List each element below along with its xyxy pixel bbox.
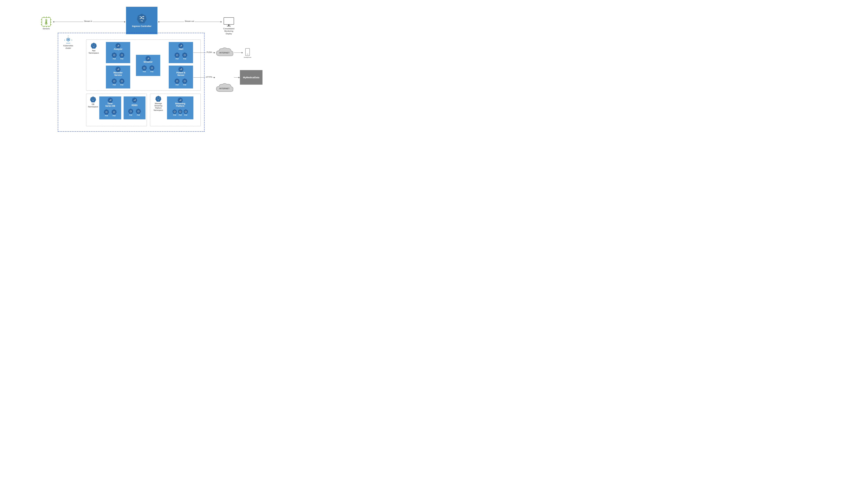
pod-icon: ▢ xyxy=(112,52,117,57)
service-title: RDBS xyxy=(124,104,146,107)
service-icon: ⎇ xyxy=(115,67,121,72)
pod: ▢Pod xyxy=(128,109,133,116)
service-patient-sensor: ⎇ Patient & Sensor ▢Pod ▢Pod xyxy=(169,66,193,88)
app-ns-badge: ns xyxy=(93,46,94,47)
edge-push-label: PUSH xyxy=(206,51,213,53)
edge-stream-in-label: Stream in xyxy=(83,20,93,22)
mymedicaldata-label: MyMedicalData xyxy=(243,76,259,79)
service-title: Analyzer xyxy=(106,48,130,50)
pod: ▢Pod xyxy=(142,65,147,73)
namespace-icon: ns xyxy=(90,96,96,102)
pod-label: Pod xyxy=(176,84,179,86)
pod: ▢Pod xyxy=(175,52,180,60)
pod: ▢Pod xyxy=(182,78,187,86)
edge-stream-out-label: Stream out xyxy=(184,20,195,22)
app-ns-label: App Namespace xyxy=(89,49,99,54)
msg-ns-label: Massage Streaming Platform Namespace xyxy=(154,102,163,111)
pod-icon: ▢ xyxy=(119,52,125,57)
service-title: Streamer xyxy=(136,61,160,63)
pod-icon: ▢ xyxy=(112,78,117,84)
service-icon: ⎇ xyxy=(132,97,137,103)
svg-point-2 xyxy=(46,23,47,24)
internet-cloud-1: INTERNET xyxy=(215,47,234,58)
k8s-wheel-icon xyxy=(64,36,72,43)
pod-label: Pod xyxy=(184,114,187,116)
k8s-cluster-label: Kubernetes cluster xyxy=(63,44,73,50)
pod-label: Pod xyxy=(179,114,182,116)
service-icon: ⎇ xyxy=(178,97,183,103)
pod-icon: ▢ xyxy=(104,109,109,115)
service-title: Patient & Sensor xyxy=(169,72,193,76)
service-recorder: ⎇ Recorder Service ▢Pod ▢Pod xyxy=(106,66,130,88)
pod: ▢Pod xyxy=(119,52,125,60)
pod-icon: ▢ xyxy=(112,109,117,115)
service-icon: ⎇ xyxy=(178,67,184,72)
ingress-hept-icon: ing xyxy=(137,14,147,23)
pod-label: Pod xyxy=(113,84,116,86)
pod-icon: ▢ xyxy=(184,109,188,114)
pod: ▢Pod xyxy=(172,109,177,116)
service-icon: ⎇ xyxy=(115,43,121,48)
service-rdbs: ⎇ RDBS ▢Pod ▢Pod xyxy=(124,96,146,119)
pod: ▢Pod xyxy=(136,109,141,116)
service-streamer: ⎇ Streamer ▢Pod ▢Pod xyxy=(136,55,160,76)
pod-icon: ▢ xyxy=(175,78,180,84)
pod-icon: ▢ xyxy=(136,109,141,114)
msg-ns-badge: ns xyxy=(158,99,159,100)
pod-icon: ▢ xyxy=(178,109,182,114)
smartphone-label: Smartphone xyxy=(244,56,251,58)
db-ns-label: DB Namespace xyxy=(88,103,98,108)
internet-cloud-2: INTERNET xyxy=(215,83,234,94)
service-icon: ⎇ xyxy=(108,97,113,103)
pod-label: Pod xyxy=(137,114,140,116)
pod-icon: ▢ xyxy=(149,65,155,71)
pod: ▢Pod xyxy=(112,109,117,117)
ingress-controller: ing Ingress Controller xyxy=(126,7,157,34)
service-alert: ⎇ Alert ▢Pod ▢Pod xyxy=(169,42,193,63)
pod: ▢Pod xyxy=(178,109,182,116)
pod-label: Pod xyxy=(121,84,123,86)
k8s-cluster-label-group: Kubernetes cluster xyxy=(63,36,73,50)
pod-icon: ▢ xyxy=(175,52,180,57)
db-namespace-label-group: ns DB Namespace xyxy=(88,96,98,108)
ingress-badge: ing xyxy=(141,20,143,22)
service-icon: ⎇ xyxy=(146,56,151,61)
monitor-node: Consolidated Monitoring Display xyxy=(223,17,234,35)
pod: ▢Pod xyxy=(104,109,109,117)
pod-label: Pod xyxy=(150,71,154,73)
pod: ▢Pod xyxy=(182,52,187,60)
service-title: Alert xyxy=(169,48,193,50)
service-title: Recorder Service xyxy=(106,72,130,76)
internet-label: INTERNET xyxy=(215,83,234,94)
ns-inner-icon xyxy=(92,98,94,100)
service-title: Streaming Platform xyxy=(167,102,194,107)
sensors-node: Sensors xyxy=(42,17,51,30)
pod-icon: ▢ xyxy=(119,78,125,84)
smartphone-icon xyxy=(245,48,250,56)
ns-inner-icon xyxy=(157,97,159,99)
ingress-title: Ingress Controller xyxy=(132,25,151,28)
pod-label: Pod xyxy=(183,84,186,86)
smartphone-node: Smartphone xyxy=(244,48,251,58)
pod: ▢Pod xyxy=(149,65,155,73)
service-tsdb: ⎇ Time- Series DB ▢Pod ▢Pod xyxy=(99,96,121,119)
pod-label: Pod xyxy=(183,58,186,60)
pod-label: Pod xyxy=(173,114,176,116)
pod-label: Pod xyxy=(121,58,123,60)
msg-namespace-label-group: ns Massage Streaming Platform Namespace xyxy=(152,96,165,111)
service-icon: ⎇ xyxy=(178,43,184,48)
namespace-icon: ns xyxy=(91,43,97,49)
pod-label: Pod xyxy=(113,115,116,117)
pod-icon: ▢ xyxy=(172,109,177,114)
pod-icon: ▢ xyxy=(142,65,147,71)
pod-label: Pod xyxy=(105,115,108,117)
app-namespace-label-group: ns App Namespace xyxy=(88,43,99,54)
service-analyzer: ⎇ Analyzer ▢Pod ▢Pod xyxy=(106,42,130,63)
db-ns-badge: ns xyxy=(92,100,94,101)
service-title: Time- Series DB xyxy=(99,102,121,107)
sensor-chip-icon xyxy=(42,17,51,26)
internet-label: INTERNET xyxy=(215,47,234,58)
service-streaming-platform: ⎇ Streaming Platform ▢Pod ▢Pod ▢Pod xyxy=(167,96,194,119)
namespace-icon: ns xyxy=(155,96,161,102)
sensors-label: Sensors xyxy=(43,28,50,30)
